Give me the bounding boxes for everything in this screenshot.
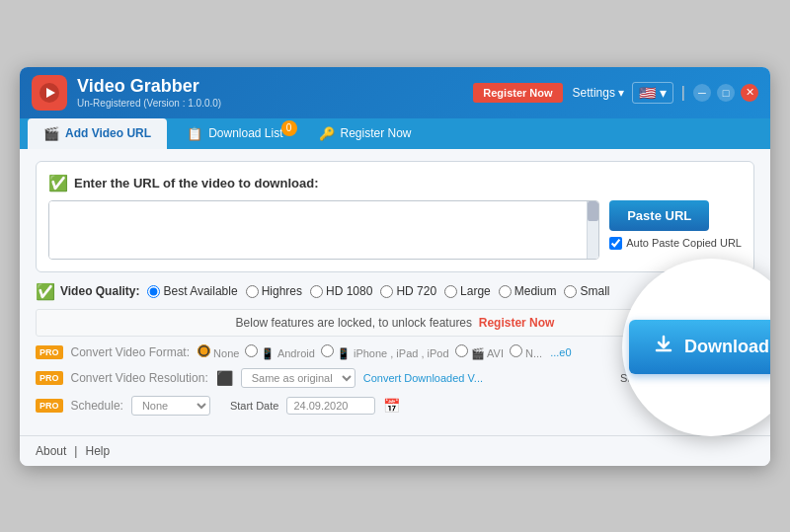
- quality-radio-medium[interactable]: [499, 285, 512, 298]
- minimize-button[interactable]: ─: [693, 84, 711, 102]
- convert-format-label: Convert Video Format:: [71, 345, 191, 359]
- iphone-icon: 📱: [337, 347, 351, 359]
- quality-small-label: Small: [580, 284, 609, 298]
- quality-medium-label: Medium: [514, 284, 557, 298]
- format-none[interactable]: None: [198, 344, 239, 359]
- quality-best-available[interactable]: Best Available: [147, 284, 237, 298]
- chevron-down-icon: ▾: [660, 85, 667, 101]
- app-subtitle: Un-Registered (Version : 1.0.0.0): [77, 98, 463, 109]
- start-date-input[interactable]: [286, 397, 375, 415]
- app-icon: [32, 75, 67, 111]
- quality-label: ✅ Video Quality:: [36, 282, 139, 301]
- download-label: Download: [684, 337, 769, 357]
- quality-radio-large[interactable]: [444, 285, 457, 298]
- title-bar: Video Grabber Un-Registered (Version : 1…: [20, 67, 770, 118]
- calendar-icon[interactable]: 📅: [383, 398, 400, 414]
- scrollbar-thumb: [588, 201, 598, 221]
- pro-badge-schedule: PRO: [36, 399, 63, 413]
- quality-hd1080-label: HD 1080: [326, 284, 372, 298]
- window-controls: ─ □ ✕: [693, 84, 758, 102]
- app-title-group: Video Grabber Un-Registered (Version : 1…: [77, 76, 463, 109]
- footer-divider: |: [74, 444, 77, 458]
- download-list-icon: 📋: [187, 126, 202, 141]
- maximize-button[interactable]: □: [717, 84, 735, 102]
- title-register-button[interactable]: Register Now: [473, 83, 562, 103]
- close-button[interactable]: ✕: [741, 84, 758, 102]
- pro-badge-format: PRO: [36, 345, 63, 359]
- format-radio-none[interactable]: [198, 344, 210, 357]
- format-radio-more[interactable]: [510, 344, 522, 357]
- quality-medium[interactable]: Medium: [499, 284, 557, 298]
- quality-hd720[interactable]: HD 720: [380, 284, 436, 298]
- auto-paste-checkbox[interactable]: [609, 237, 622, 250]
- start-date-label: Start Date: [230, 400, 279, 412]
- quality-highres[interactable]: Highres: [246, 284, 302, 298]
- avi-icon: 🎬: [471, 347, 485, 359]
- quality-check-icon: ✅: [36, 282, 55, 301]
- format-options: None 📱 Android 📱 iPhone , iPad , iPod 🎬 …: [198, 344, 542, 360]
- add-url-icon: 🎬: [43, 126, 59, 141]
- download-list-badge: 0: [281, 120, 297, 136]
- convert-link[interactable]: ...e0: [550, 346, 571, 358]
- schedule-select[interactable]: None: [131, 396, 210, 416]
- format-radio-avi[interactable]: [455, 344, 468, 357]
- language-button[interactable]: 🇺🇸 ▾: [632, 82, 673, 104]
- quality-radio-best[interactable]: [147, 285, 160, 298]
- quality-large-label: Large: [460, 284, 491, 298]
- lock-register-link[interactable]: Register Now: [479, 316, 555, 330]
- quality-radio-small[interactable]: [564, 285, 577, 298]
- url-input[interactable]: [49, 201, 598, 259]
- chevron-down-icon: ▾: [618, 86, 624, 100]
- format-android[interactable]: 📱 Android: [245, 344, 314, 360]
- help-link[interactable]: Help: [85, 444, 110, 458]
- download-icon: [653, 334, 674, 360]
- quality-radio-hd720[interactable]: [380, 285, 393, 298]
- divider: |: [681, 84, 685, 102]
- app-title: Video Grabber: [77, 76, 463, 98]
- tab-bar: 🎬 Add Video URL 📋 Download List 0 🔑 Regi…: [20, 118, 770, 149]
- url-textarea-wrapper: [48, 200, 599, 260]
- schedule-label: Schedule:: [71, 399, 123, 413]
- download-button[interactable]: Download: [629, 320, 770, 374]
- quality-radio-highres[interactable]: [246, 285, 259, 298]
- about-link[interactable]: About: [36, 444, 66, 458]
- format-more[interactable]: N...: [510, 344, 542, 359]
- lock-text: Below features are locked, to unlock fea…: [236, 316, 472, 330]
- auto-paste-label: Auto Paste Copied URL: [626, 237, 742, 249]
- format-radio-iphone[interactable]: [321, 344, 334, 357]
- quality-small[interactable]: Small: [564, 284, 609, 298]
- quality-label-text: Video Quality:: [60, 284, 139, 298]
- quality-highres-label: Highres: [262, 284, 302, 298]
- pro-badge-resolution: PRO: [36, 371, 63, 385]
- settings-button[interactable]: Settings ▾: [573, 86, 624, 100]
- android-icon: 📱: [261, 347, 275, 359]
- tab-download-list-label: Download List: [208, 126, 282, 140]
- format-iphone[interactable]: 📱 iPhone , iPad , iPod: [321, 344, 449, 360]
- convert-resolution-label: Convert Video Resolution:: [71, 371, 208, 385]
- check-icon: ✅: [48, 174, 68, 192]
- tab-register-label: Register Now: [341, 126, 412, 140]
- resolution-icon: ⬛: [216, 370, 233, 386]
- url-section: ✅ Enter the URL of the video to download…: [36, 161, 754, 272]
- title-bar-controls: Settings ▾ 🇺🇸 ▾ | ─ □ ✕: [573, 82, 758, 104]
- tab-download-list[interactable]: 📋 Download List 0: [171, 118, 298, 149]
- paste-url-button[interactable]: Paste URL: [609, 200, 709, 231]
- resolution-select[interactable]: Same as original: [241, 368, 356, 388]
- tab-add-url-label: Add Video URL: [65, 126, 151, 140]
- quality-hd720-label: HD 720: [396, 284, 436, 298]
- quality-radio-hd1080[interactable]: [310, 285, 323, 298]
- scrollbar[interactable]: [587, 201, 598, 259]
- url-section-label: ✅ Enter the URL of the video to download…: [48, 174, 742, 192]
- format-avi[interactable]: 🎬 AVI: [455, 344, 504, 360]
- paste-section: Paste URL Auto Paste Copied URL: [609, 200, 742, 250]
- footer: About | Help: [20, 435, 770, 466]
- tab-add-video-url[interactable]: 🎬 Add Video URL: [28, 118, 167, 149]
- format-radio-android[interactable]: [245, 344, 258, 357]
- quality-hd1080[interactable]: HD 1080: [310, 284, 372, 298]
- tab-register-now[interactable]: 🔑 Register Now: [303, 118, 428, 149]
- convert-downloaded-link[interactable]: Convert Downloaded V...: [363, 372, 483, 384]
- quality-large[interactable]: Large: [444, 284, 491, 298]
- register-key-icon: 🔑: [319, 126, 335, 141]
- url-label-text: Enter the URL of the video to download:: [74, 176, 318, 190]
- auto-paste-row: Auto Paste Copied URL: [609, 237, 742, 250]
